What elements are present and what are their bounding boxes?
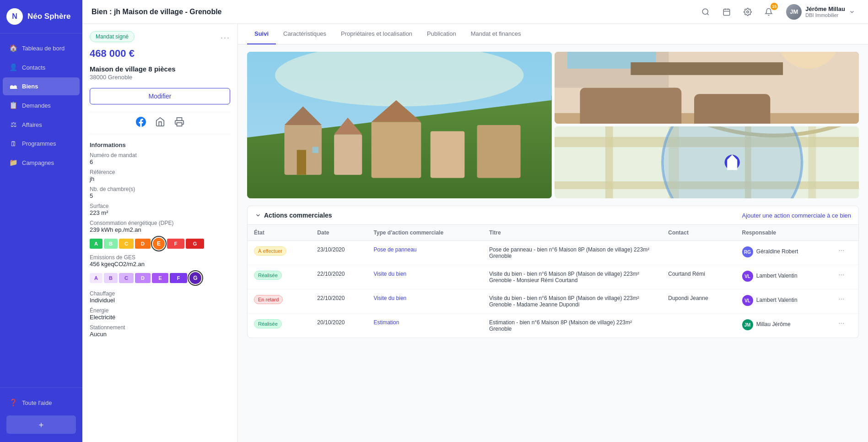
dpe-a: A [90,239,102,249]
ges-b: B [104,273,118,283]
cell-type: Visite du bien [367,265,483,289]
svg-rect-22 [580,88,681,124]
sidebar-item-affaires[interactable]: ⚖ Affaires [3,115,80,134]
info-row-chambres: Nb. de chambre(s) 5 [90,186,230,199]
demandes-icon: 📋 [9,101,17,109]
cell-date: 22/10/2020 [311,289,367,314]
row-more-button[interactable]: ··· [838,271,844,278]
notification-count: 15 [771,3,778,10]
calendar-button[interactable] [719,5,734,19]
sidebar-item-label: Toute l'aide [22,399,52,406]
ges-g-active: G [189,271,202,285]
svg-rect-23 [694,94,770,124]
dpe-c: C [119,239,134,249]
chevron-down-icon [849,9,855,15]
resp-name: Lambert Valentin [756,297,798,303]
ges-c: C [119,273,134,283]
svg-rect-18 [297,150,306,175]
share-icon[interactable] [155,117,165,129]
info-row-energie: Énergie Electricité [90,307,230,321]
notifications-button[interactable]: 15 [761,5,776,19]
label-dpe: Consommation énergétique (DPE) [90,220,230,226]
info-row-dpe: Consommation énergétique (DPE) 239 kWh e… [90,220,230,233]
cell-row-actions: ··· [832,241,858,265]
page-title: Bien : jh Maison de village - Grenoble [92,8,693,16]
plus-icon: ＋ [37,419,45,430]
ges-a: A [90,273,102,283]
col-etat: État [248,225,311,241]
cell-responsable: RG Géraldine Robert [736,241,832,265]
sidebar-item-help[interactable]: ❓ Toute l'aide [3,393,80,412]
tab-caracteristiques[interactable]: Caractéristiques [276,24,334,44]
label-ges: Emissions de GES [90,254,230,261]
col-type: Type d'action commerciale [367,225,483,241]
tab-mandat-finances[interactable]: Mandat et finances [464,24,528,44]
print-icon[interactable] [174,117,184,129]
svg-rect-17 [477,125,521,178]
ges-f: F [170,273,187,283]
user-subtitle: DBI Immobilier [805,12,845,18]
table-row: À effectuer 23/10/2020 Pose de panneau P… [248,241,858,265]
search-button[interactable] [698,5,713,19]
ges-e: E [152,273,168,283]
cell-row-actions: ··· [832,265,858,289]
contacts-icon: 👤 [9,63,17,71]
tab-publication[interactable]: Publication [420,24,464,44]
row-more-button[interactable]: ··· [838,246,844,254]
user-profile[interactable]: JM Jérôme Millau DBI Immobilier [782,2,859,22]
actions-section: Actions commerciales Ajouter une action … [247,206,859,338]
svg-rect-16 [431,131,465,178]
map-view [555,126,859,198]
sidebar-item-demandes[interactable]: 📋 Demandes [3,96,80,115]
main-area: Bien : jh Maison de village - Grenoble 1… [82,0,868,442]
value-chambres: 5 [90,192,230,199]
type-link[interactable]: Estimation [373,319,399,326]
info-row-ref: Référence jh [90,169,230,182]
sidebar-item-biens[interactable]: 🏘 Biens [3,77,80,95]
row-more-button[interactable]: ··· [838,295,844,303]
resp-name: Millau Jérôme [756,321,791,327]
svg-point-5 [747,11,749,13]
add-action-link[interactable]: Ajouter une action commerciale à ce bien [742,212,851,219]
sidebar-item-campagnes[interactable]: 📁 Campagnes [3,153,80,172]
svg-rect-26 [631,62,783,75]
app-name: Néo Sphère [27,12,70,21]
actions-title: Actions commerciales [255,212,332,219]
add-button[interactable]: ＋ [6,415,76,434]
label-energie: Énergie [90,307,230,314]
more-options-button[interactable]: ··· [221,33,230,43]
user-text: Jérôme Millau DBI Immobilier [805,5,845,18]
cell-status: Réalisée [248,265,311,289]
dpe-d: D [135,239,151,249]
sidebar-item-programmes[interactable]: 🗓 Programmes [3,135,80,153]
label-chauffage: Chauffage [90,290,230,297]
sidebar-item-tableau[interactable]: 🏠 Tableau de bord [3,39,80,57]
type-link[interactable]: Visite du bien [373,271,406,277]
type-link[interactable]: Visite du bien [373,295,406,301]
left-panel: Mandat signé ··· 468 000 € Maison de vil… [82,24,238,442]
tab-proprietaires[interactable]: Propriétaires et localisation [334,24,420,44]
sidebar-item-label: Programmes [22,140,56,147]
cell-title: Estimation - bien n°6 Maison 8P (Maison … [483,314,662,338]
info-row-surface: Surface 223 m² [90,203,230,216]
settings-button[interactable] [740,5,755,19]
facebook-icon[interactable] [136,117,146,129]
cell-date: 23/10/2020 [311,241,367,265]
value-mandat: 6 [90,158,230,165]
info-row-ges: Emissions de GES 456 kgeqCO2/m2.an [90,254,230,267]
svg-point-0 [703,9,708,14]
col-titre: Titre [483,225,662,241]
type-link[interactable]: Pose de panneau [373,246,416,253]
cell-type: Estimation [367,314,483,338]
info-row-chauffage: Chauffage Individuel [90,290,230,304]
biens-icon: 🏘 [9,82,17,90]
modify-button[interactable]: Modifier [90,88,230,104]
row-more-button[interactable]: ··· [838,319,844,327]
dpe-b: B [104,239,118,249]
sidebar-item-contacts[interactable]: 👤 Contacts [3,58,80,76]
cell-status: En retard [248,289,311,314]
tab-suivi[interactable]: Suivi [247,24,276,44]
property-title: Maison de village 8 pièces [90,65,230,73]
status-badge: Réalisée [254,319,282,328]
app-logo[interactable]: N Néo Sphère [0,0,82,33]
